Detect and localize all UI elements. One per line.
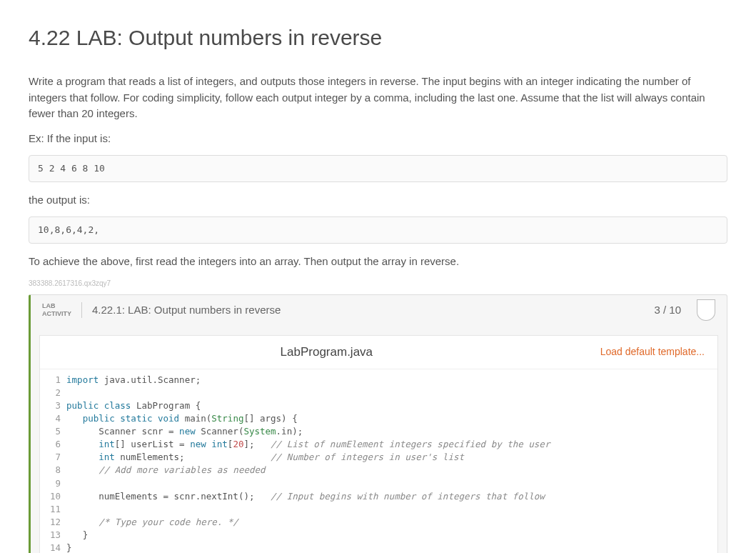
load-default-template-button[interactable]: Load default template... xyxy=(600,344,705,359)
filename-label: LabProgram.java xyxy=(53,343,600,362)
example-input-label: Ex: If the input is: xyxy=(29,131,727,147)
lab-header: LAB ACTIVITY 4.22.1: LAB: Output numbers… xyxy=(31,295,727,325)
editor-toolbar: LabProgram.java Load default template... xyxy=(40,336,717,369)
lab-activity-tag: LAB ACTIVITY xyxy=(42,302,82,318)
lab-panel: LAB ACTIVITY 4.22.1: LAB: Output numbers… xyxy=(29,294,727,553)
example-output-label: the output is: xyxy=(29,192,727,209)
code-content[interactable]: import java.util.Scanner; public class L… xyxy=(66,369,550,554)
line-number-gutter: 1 2 3 4 5 6 7 8 9 10 11 12 13 14 15 xyxy=(40,369,66,554)
hint-text: To achieve the above, first read the int… xyxy=(29,254,727,270)
example-input-box: 5 2 4 6 8 10 xyxy=(29,155,727,182)
lab-subtitle: 4.22.1: LAB: Output numbers in reverse xyxy=(92,302,644,319)
code-editor[interactable]: LabProgram.java Load default template...… xyxy=(39,335,718,553)
page-title: 4.22 LAB: Output numbers in reverse xyxy=(29,21,727,54)
problem-description: Write a program that reads a list of int… xyxy=(29,74,727,122)
activity-id: 383388.2617316.qx3zqy7 xyxy=(29,278,727,289)
lab-score: 3 / 10 xyxy=(654,302,681,319)
score-shield-icon xyxy=(697,299,715,321)
example-output-box: 10,8,6,4,2, xyxy=(29,216,727,244)
